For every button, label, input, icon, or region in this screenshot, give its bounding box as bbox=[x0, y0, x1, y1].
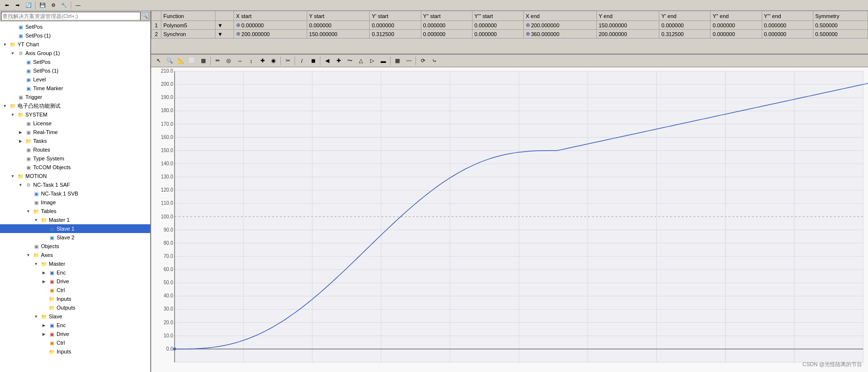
tree-item-setpos1[interactable]: ▣SetPos bbox=[0, 22, 150, 31]
cell-1-func[interactable]: Polynom5 bbox=[161, 21, 216, 30]
tree-item-drive2[interactable]: ▶▣Drive bbox=[0, 330, 150, 338]
tree-toggle-setpos4[interactable] bbox=[18, 68, 23, 74]
ct-grid[interactable]: ▦ bbox=[392, 56, 403, 66]
tree-item-motion[interactable]: ▼📁MOTION bbox=[0, 172, 150, 180]
tree-item-nctask1svb[interactable]: ▣NC-Task 1 SVB bbox=[0, 189, 150, 198]
ct-snap[interactable]: ◉ bbox=[268, 56, 279, 66]
ct-add[interactable]: ✚ bbox=[333, 56, 344, 66]
toolbar-btn-3[interactable]: 🔄 bbox=[23, 1, 33, 10]
tree-toggle-drive1[interactable]: ▶ bbox=[41, 278, 47, 284]
tree-item-setpos4[interactable]: ▣SetPos (1) bbox=[0, 66, 150, 75]
tree-item-drive1[interactable]: ▶▣Drive bbox=[0, 277, 150, 286]
tree-item-enc1[interactable]: ▶▣Enc bbox=[0, 268, 150, 277]
tree-item-ecam[interactable]: ▼📁电子凸轮功能测试 bbox=[0, 101, 150, 110]
tree-item-level[interactable]: ▣Level bbox=[0, 75, 150, 84]
toolbar-btn-1[interactable]: ⬅ bbox=[2, 1, 12, 10]
tree-item-slave2[interactable]: ▣Slave 2 bbox=[0, 233, 150, 242]
ct-bar[interactable]: ▬ bbox=[378, 56, 389, 66]
tree-item-objects[interactable]: ▣Objects bbox=[0, 242, 150, 251]
tree-toggle-axisgroup[interactable]: ▼ bbox=[10, 50, 16, 56]
tree-item-inputs1[interactable]: 📁Inputs bbox=[0, 294, 150, 303]
tree-toggle-image[interactable] bbox=[25, 199, 31, 205]
ct-play[interactable]: ▷ bbox=[367, 56, 377, 66]
search-input[interactable] bbox=[1, 12, 140, 20]
tree-item-master2[interactable]: ▼📁Master bbox=[0, 259, 150, 268]
tree-toggle-master1[interactable]: ▼ bbox=[33, 217, 39, 223]
tree-item-slave3[interactable]: ▼📁Slave bbox=[0, 312, 150, 321]
tree-toggle-inputs1[interactable] bbox=[41, 296, 47, 302]
tree-item-axes[interactable]: ▼📁Axes bbox=[0, 251, 150, 259]
tree-toggle-typesystem[interactable] bbox=[18, 156, 23, 161]
ct-measure[interactable]: 📐 bbox=[176, 56, 186, 66]
tree-toggle-system[interactable]: ▼ bbox=[10, 112, 16, 117]
tree-toggle-objects[interactable] bbox=[25, 243, 31, 249]
tree-toggle-nctask1saf[interactable]: ▼ bbox=[18, 182, 23, 188]
ct-square[interactable]: ◼ bbox=[308, 56, 318, 66]
tree-toggle-level[interactable] bbox=[18, 77, 23, 82]
tree-toggle-ecam[interactable]: ▼ bbox=[2, 103, 8, 109]
tree-toggle-slave2[interactable] bbox=[41, 235, 47, 240]
tree-item-realtime[interactable]: ▶▣Real-Time bbox=[0, 128, 150, 137]
ct-table[interactable]: ▦ bbox=[198, 56, 209, 66]
toolbar-btn-2[interactable]: ➡ bbox=[13, 1, 22, 10]
tree-item-slave1[interactable]: ▣Slave 1 bbox=[0, 224, 150, 233]
tree-item-routes[interactable]: ▣Routes bbox=[0, 145, 150, 154]
tree-item-tasks[interactable]: ▶📁Tasks bbox=[0, 137, 150, 145]
tree-item-axisgroup[interactable]: ▼⚙Axis Group (1) bbox=[0, 49, 150, 58]
tree-toggle-ytchart[interactable]: ▼ bbox=[2, 41, 8, 47]
tree-toggle-routes[interactable] bbox=[18, 147, 23, 153]
tree-item-inputs2[interactable]: 📁Inputs bbox=[0, 347, 150, 356]
ct-prev[interactable]: ◀ bbox=[322, 56, 333, 66]
ct-zoom[interactable]: 🔍 bbox=[164, 56, 175, 66]
tree-item-ctrl2[interactable]: ▣Ctrl bbox=[0, 338, 150, 347]
tree-item-ctrl1[interactable]: ▣Ctrl bbox=[0, 286, 150, 294]
ct-circle[interactable]: ◎ bbox=[223, 56, 234, 66]
tree-toggle-axes[interactable]: ▼ bbox=[25, 252, 31, 258]
tree-toggle-motion[interactable]: ▼ bbox=[10, 173, 16, 179]
tree-item-typesystem[interactable]: ▣Type System bbox=[0, 154, 150, 163]
tree-toggle-tasks[interactable]: ▶ bbox=[18, 138, 23, 144]
tree-item-outputs1[interactable]: 📁Outputs bbox=[0, 303, 150, 312]
tree-toggle-drive2[interactable]: ▶ bbox=[41, 331, 47, 337]
toolbar-btn-build[interactable]: 🔧 bbox=[59, 1, 69, 10]
tree-toggle-outputs1[interactable] bbox=[41, 305, 47, 311]
tree-toggle-enc1[interactable]: ▶ bbox=[41, 270, 47, 275]
toolbar-btn-save[interactable]: 💾 bbox=[38, 1, 47, 10]
ct-cross[interactable]: ✚ bbox=[257, 56, 268, 66]
tree-toggle-ctrl2[interactable] bbox=[41, 340, 47, 346]
tree-toggle-tables[interactable]: ▼ bbox=[25, 208, 31, 214]
ct-edit[interactable]: ✏ bbox=[212, 56, 223, 66]
tree-item-ytchart[interactable]: ▼📁YT Chart bbox=[0, 40, 150, 49]
ct-tri[interactable]: △ bbox=[355, 56, 366, 66]
tree-toggle-setpos2[interactable] bbox=[10, 33, 16, 39]
tree-toggle-slave1[interactable] bbox=[41, 226, 47, 232]
tree-item-license[interactable]: ▣License bbox=[0, 119, 150, 128]
tree-item-setpos3[interactable]: ▣SetPos bbox=[0, 58, 150, 66]
ct-cursor[interactable]: ↖ bbox=[153, 56, 164, 66]
ct-vexpand[interactable]: ↕ bbox=[246, 56, 256, 66]
tree-item-timemarker[interactable]: ▣Time Marker bbox=[0, 84, 150, 93]
tree-toggle-setpos3[interactable] bbox=[18, 59, 23, 65]
ct-line[interactable]: / bbox=[296, 56, 307, 66]
tree-item-enc2[interactable]: ▶▣Enc bbox=[0, 321, 150, 330]
tree-toggle-setpos1[interactable] bbox=[10, 24, 16, 30]
tree-item-tables[interactable]: ▼📁Tables bbox=[0, 207, 150, 215]
tree-item-image[interactable]: ▣Image bbox=[0, 198, 150, 207]
tree-toggle-inputs2[interactable] bbox=[41, 349, 47, 354]
ct-wave[interactable]: 〜 bbox=[344, 56, 355, 66]
tree-toggle-nctask1svb[interactable] bbox=[25, 191, 31, 196]
tree-item-trigger[interactable]: ▣Trigger bbox=[0, 93, 150, 101]
tree-toggle-license[interactable] bbox=[18, 120, 23, 126]
tree-toggle-realtime[interactable]: ▶ bbox=[18, 129, 23, 135]
toolbar-btn-settings[interactable]: ⚙ bbox=[48, 1, 58, 10]
ct-redo[interactable]: ⤿ bbox=[429, 56, 439, 66]
tree-item-master1[interactable]: ▼📁Master 1 bbox=[0, 215, 150, 224]
tree-item-nctask1saf[interactable]: ▼⚙NC-Task 1 SAF bbox=[0, 180, 150, 189]
tree-toggle-master2[interactable]: ▼ bbox=[33, 261, 39, 267]
ct-undo[interactable]: ⟳ bbox=[417, 56, 428, 66]
search-button[interactable]: 🔍 bbox=[140, 12, 149, 20]
tree-toggle-ctrl1[interactable] bbox=[41, 287, 47, 293]
ct-rect[interactable]: ⬜ bbox=[187, 56, 197, 66]
tree-toggle-tccom[interactable] bbox=[18, 164, 23, 170]
tree-toggle-enc2[interactable]: ▶ bbox=[41, 322, 47, 328]
